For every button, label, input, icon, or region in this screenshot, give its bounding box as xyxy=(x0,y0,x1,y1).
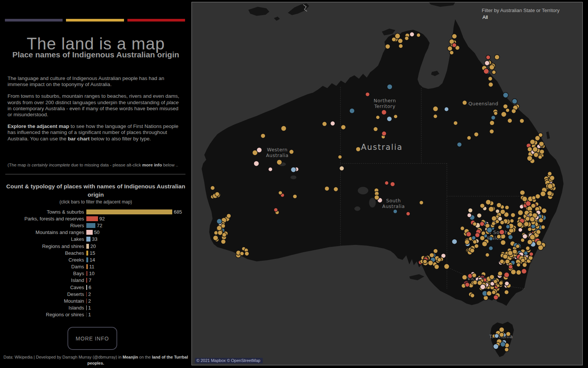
map-dot[interactable] xyxy=(536,229,541,234)
map-dot[interactable] xyxy=(390,182,395,186)
map-dot[interactable] xyxy=(525,216,530,221)
map-dot[interactable] xyxy=(462,275,467,280)
map-dot[interactable] xyxy=(508,251,513,256)
map-dot[interactable] xyxy=(505,108,509,112)
map-dot[interactable] xyxy=(334,187,338,191)
map-dot[interactable] xyxy=(493,344,499,349)
map-dot[interactable] xyxy=(472,236,476,240)
map-dot[interactable] xyxy=(503,104,508,109)
map-dot[interactable] xyxy=(374,195,379,200)
map-dot[interactable] xyxy=(504,272,509,277)
map-dot[interactable] xyxy=(496,203,501,208)
map-dot[interactable] xyxy=(381,110,386,115)
map-dot[interactable] xyxy=(470,293,475,297)
map-dot[interactable] xyxy=(492,290,496,294)
map-dot[interactable] xyxy=(524,251,528,255)
map-dot[interactable] xyxy=(506,225,510,229)
map-dot[interactable] xyxy=(508,265,513,269)
map-dot[interactable] xyxy=(521,258,525,262)
map-dot[interactable] xyxy=(499,229,505,235)
bar-row-lakes[interactable]: Lakes33 xyxy=(0,236,191,243)
map-dot[interactable] xyxy=(511,213,515,217)
map-dot[interactable] xyxy=(382,131,386,136)
map-dot[interactable] xyxy=(470,248,475,253)
map-dot[interactable] xyxy=(468,208,473,212)
map-dot[interactable] xyxy=(227,214,231,218)
map-dot[interactable] xyxy=(217,225,222,231)
map-dot[interactable] xyxy=(536,240,542,246)
map-dot[interactable] xyxy=(530,139,535,145)
map-dot[interactable] xyxy=(406,212,410,216)
map-dot[interactable] xyxy=(491,115,496,120)
map-dot[interactable] xyxy=(535,135,540,140)
map-dot[interactable] xyxy=(511,269,516,275)
map-dot[interactable] xyxy=(541,225,545,229)
map-dot[interactable] xyxy=(217,219,222,224)
map-dot[interactable] xyxy=(529,252,533,256)
map-dot[interactable] xyxy=(499,281,503,285)
more-info-button[interactable]: MORE INFO xyxy=(67,327,117,350)
map-dot[interactable] xyxy=(508,235,513,240)
map-dot[interactable] xyxy=(291,167,296,172)
bar-row-bays[interactable]: Bays10 xyxy=(0,270,191,277)
bar-row-island[interactable]: Island7 xyxy=(0,277,191,284)
map-dot[interactable] xyxy=(480,203,485,208)
map-dot[interactable] xyxy=(500,220,504,225)
bar-row-deserts[interactable]: Deserts2 xyxy=(0,291,191,297)
bar-row-dams[interactable]: Dams11 xyxy=(0,263,191,270)
map-dot[interactable] xyxy=(349,108,355,114)
map-dot[interactable] xyxy=(245,251,249,256)
map-dot[interactable] xyxy=(467,136,471,140)
map-dot[interactable] xyxy=(257,147,262,152)
map-dot[interactable] xyxy=(387,116,392,122)
bar-row-regions-and-shires[interactable]: Regions and shires20 xyxy=(0,243,191,249)
map-dot[interactable] xyxy=(444,107,449,112)
map-dot[interactable] xyxy=(499,327,504,333)
map-dot[interactable] xyxy=(322,122,327,126)
map-canvas[interactable]: NorthernTerritoryQueenslandWesternAustra… xyxy=(192,2,582,365)
map-dot[interactable] xyxy=(392,37,396,42)
map-dot[interactable] xyxy=(489,65,495,70)
map-dot[interactable] xyxy=(215,192,219,196)
map-dot[interactable] xyxy=(453,121,458,125)
map-dot[interactable] xyxy=(420,201,424,205)
map-dot[interactable] xyxy=(480,222,484,226)
state-filter-dropdown[interactable]: All xyxy=(482,14,559,20)
map-dot[interactable] xyxy=(277,160,282,165)
map-dot[interactable] xyxy=(542,208,547,214)
map-dot[interactable] xyxy=(492,70,496,74)
map-dot[interactable] xyxy=(488,206,494,212)
map-dot[interactable] xyxy=(325,186,329,191)
map-dot[interactable] xyxy=(530,217,535,222)
map-dot[interactable] xyxy=(504,290,509,294)
map-dot[interactable] xyxy=(516,244,520,248)
bar-row-beaches[interactable]: Beaches15 xyxy=(0,249,191,256)
map-dot[interactable] xyxy=(501,112,506,117)
map-dot[interactable] xyxy=(452,239,457,244)
map-dot[interactable] xyxy=(503,92,508,98)
map-dot[interactable] xyxy=(387,84,392,89)
map-dot[interactable] xyxy=(490,275,495,280)
map-dot[interactable] xyxy=(376,115,380,119)
map-dot[interactable] xyxy=(338,155,342,159)
map-dot[interactable] xyxy=(475,233,480,237)
map-dot[interactable] xyxy=(437,258,441,262)
map-dot[interactable] xyxy=(500,259,504,264)
map-dot[interactable] xyxy=(254,161,259,166)
map-dot[interactable] xyxy=(460,226,464,231)
map-dot[interactable] xyxy=(500,342,505,347)
map-dot[interactable] xyxy=(485,253,490,257)
map-dot[interactable] xyxy=(524,222,529,226)
map-dot[interactable] xyxy=(356,147,361,152)
map-dot[interactable] xyxy=(488,82,493,87)
map-dot[interactable] xyxy=(550,176,554,180)
map-dot[interactable] xyxy=(240,251,244,256)
map-dot[interactable] xyxy=(496,209,500,213)
map-dot[interactable] xyxy=(281,126,286,131)
map-dot[interactable] xyxy=(541,191,546,196)
bar-row-rivers[interactable]: Rivers72 xyxy=(0,222,191,229)
map-dot[interactable] xyxy=(520,119,524,123)
map-dot[interactable] xyxy=(510,219,514,223)
map-dot[interactable] xyxy=(511,109,516,113)
map-dot[interactable] xyxy=(268,167,273,171)
